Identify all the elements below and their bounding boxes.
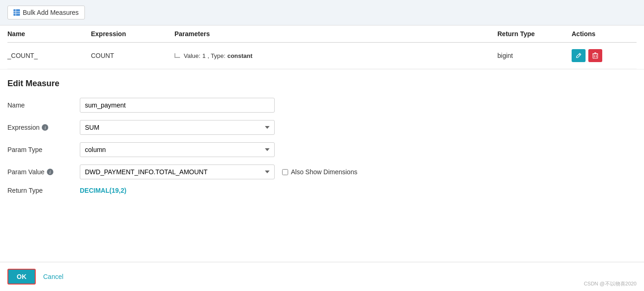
return-type-label: Return Type bbox=[7, 187, 72, 194]
cancel-button[interactable]: Cancel bbox=[43, 273, 64, 280]
form-row-return-type: Return Type DECIMAL(19,2) bbox=[7, 187, 637, 194]
bulk-add-button[interactable]: Bulk Add Measures bbox=[7, 6, 85, 19]
param-value-info-icon[interactable]: i bbox=[47, 169, 53, 175]
table-header: Name Expression Parameters Return Type A… bbox=[7, 25, 637, 43]
param-item: Value:1, Type:constant bbox=[174, 52, 252, 59]
edit-icon bbox=[575, 52, 582, 59]
param-type-label: Param Type bbox=[7, 146, 72, 153]
also-show-text: Also Show Dimensions bbox=[291, 168, 357, 176]
form-row-name: Name bbox=[7, 98, 637, 113]
return-type-value: DECIMAL(19,2) bbox=[80, 187, 126, 194]
watermark: CSDN @不以物喜2020 bbox=[584, 280, 637, 287]
param-value-select-wrapper: DWD_PAYMENT_INFO.TOTAL_AMOUNT bbox=[80, 164, 275, 179]
param-value-label: Param Value i bbox=[7, 168, 72, 176]
form-row-expression: Expression i SUM COUNT AVG MAX MIN bbox=[7, 120, 637, 135]
param-sep: , Type: bbox=[207, 52, 225, 59]
param-val: 1 bbox=[202, 52, 206, 59]
col-parameters: Parameters bbox=[174, 30, 497, 38]
edit-button[interactable] bbox=[572, 49, 586, 62]
param-value-row: DWD_PAYMENT_INFO.TOTAL_AMOUNT Also Show … bbox=[80, 164, 357, 179]
expression-info-icon[interactable]: i bbox=[42, 124, 48, 131]
row-name: _COUNT_ bbox=[7, 52, 91, 59]
bulk-add-label: Bulk Add Measures bbox=[23, 9, 79, 16]
row-parameters: Value:1, Type:constant bbox=[174, 52, 497, 59]
form-row-param-value: Param Value i DWD_PAYMENT_INFO.TOTAL_AMO… bbox=[7, 164, 637, 179]
delete-icon bbox=[592, 52, 598, 59]
measures-table: Name Expression Parameters Return Type A… bbox=[0, 25, 644, 70]
param-type-select-wrapper: column constant expression bbox=[80, 142, 275, 157]
name-input[interactable] bbox=[80, 98, 275, 113]
svg-rect-0 bbox=[13, 9, 20, 16]
edit-measure-title: Edit Measure bbox=[7, 79, 637, 89]
ok-button[interactable]: OK bbox=[7, 269, 36, 285]
param-prefix: Value: bbox=[184, 52, 200, 59]
param-value-select[interactable]: DWD_PAYMENT_INFO.TOTAL_AMOUNT bbox=[80, 164, 275, 179]
also-show-label[interactable]: Also Show Dimensions bbox=[282, 168, 357, 176]
delete-button[interactable] bbox=[588, 49, 602, 62]
param-line-icon bbox=[174, 53, 180, 58]
name-label: Name bbox=[7, 101, 72, 109]
row-return-type: bigint bbox=[497, 52, 572, 59]
table-row: _COUNT_ COUNT Value:1, Type:constant big… bbox=[7, 43, 637, 69]
col-name: Name bbox=[7, 30, 91, 38]
svg-rect-4 bbox=[593, 54, 598, 58]
expression-select[interactable]: SUM COUNT AVG MAX MIN bbox=[80, 120, 275, 135]
col-return-type: Return Type bbox=[497, 30, 572, 38]
footer-bar: OK Cancel bbox=[0, 262, 644, 291]
row-actions bbox=[572, 49, 637, 62]
footer-spacer bbox=[0, 206, 644, 234]
table-icon bbox=[13, 9, 20, 16]
edit-measure-section: Edit Measure Name Expression i SUM COUNT… bbox=[0, 70, 644, 206]
expression-select-wrapper: SUM COUNT AVG MAX MIN bbox=[80, 120, 275, 135]
also-show-checkbox[interactable] bbox=[282, 169, 288, 175]
row-expression: COUNT bbox=[91, 52, 174, 59]
form-row-param-type: Param Type column constant expression bbox=[7, 142, 637, 157]
header-bar: Bulk Add Measures bbox=[0, 0, 644, 25]
param-type: constant bbox=[227, 52, 252, 59]
col-expression: Expression bbox=[91, 30, 174, 38]
param-type-select[interactable]: column constant expression bbox=[80, 142, 275, 157]
col-actions: Actions bbox=[572, 30, 637, 38]
expression-label: Expression i bbox=[7, 124, 72, 131]
